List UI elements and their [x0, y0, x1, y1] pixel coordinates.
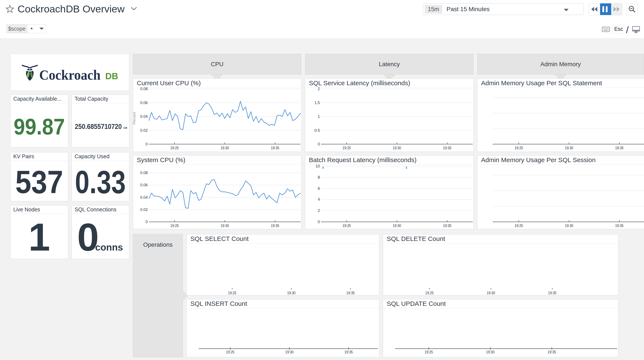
svg-text:0.02: 0.02: [140, 208, 148, 212]
svg-text:0.04: 0.04: [140, 195, 148, 200]
svg-text:0: 0: [146, 220, 148, 224]
svg-text:DB: DB: [105, 71, 118, 81]
svg-text:19:35: 19:35: [443, 146, 452, 150]
svg-text:19:25: 19:25: [226, 350, 234, 354]
svg-text:99.87: 99.87: [14, 114, 65, 139]
svg-text:Cockroach: Cockroach: [39, 67, 100, 83]
svg-text:19:30: 19:30: [287, 291, 296, 295]
svg-text:19:25: 19:25: [425, 350, 433, 354]
svg-text:19:25: 19:25: [515, 224, 523, 228]
svg-text:19:30: 19:30: [393, 224, 401, 228]
svg-text:19:25: 19:25: [228, 291, 236, 295]
svg-text:0.5: 0.5: [314, 128, 320, 133]
svg-text:10: 10: [316, 164, 320, 168]
svg-text:19:25: 19:25: [515, 146, 523, 150]
svg-text:19:30: 19:30: [285, 350, 294, 354]
svg-text:19:35: 19:35: [548, 291, 556, 295]
svg-text:19:25: 19:25: [425, 291, 434, 295]
svg-text:6: 6: [318, 186, 320, 191]
svg-text:8: 8: [318, 175, 320, 179]
svg-text:0: 0: [146, 142, 148, 146]
svg-text:19:25: 19:25: [170, 224, 179, 228]
svg-text:19:35: 19:35: [271, 146, 279, 150]
svg-text:19:35: 19:35: [615, 224, 624, 228]
svg-text:19:30: 19:30: [565, 146, 573, 150]
svg-text:0.04: 0.04: [140, 114, 148, 119]
svg-text:537: 537: [16, 164, 63, 200]
svg-text:Percent: Percent: [133, 112, 136, 124]
svg-text:19:25: 19:25: [342, 224, 351, 228]
svg-text:GB: GB: [124, 127, 127, 129]
svg-text:CockroachDB Overview: CockroachDB Overview: [18, 3, 125, 14]
svg-text:4: 4: [318, 197, 320, 202]
svg-text:19:30: 19:30: [393, 146, 401, 150]
svg-text:19:30: 19:30: [220, 224, 229, 228]
svg-text:19:35: 19:35: [344, 350, 353, 354]
svg-text:0.08: 0.08: [140, 87, 148, 91]
svg-text:19:35: 19:35: [548, 350, 556, 354]
svg-text:19:35: 19:35: [271, 224, 279, 228]
svg-text:19:30: 19:30: [487, 291, 495, 295]
svg-text:0.06: 0.06: [140, 101, 148, 105]
svg-text:1.5: 1.5: [314, 101, 320, 105]
svg-text:0.06: 0.06: [140, 183, 148, 187]
svg-text:250.6855710720: 250.6855710720: [75, 122, 122, 130]
svg-text:0: 0: [318, 142, 320, 146]
svg-text:19:35: 19:35: [615, 146, 624, 150]
svg-text:0.33: 0.33: [75, 164, 126, 200]
svg-text:2: 2: [318, 87, 320, 91]
svg-text:19:30: 19:30: [565, 224, 573, 228]
svg-text:19:35: 19:35: [443, 224, 452, 228]
svg-text:1: 1: [28, 215, 50, 259]
svg-text:0: 0: [318, 220, 320, 224]
svg-text:19:35: 19:35: [346, 291, 355, 295]
svg-text:conns: conns: [95, 242, 123, 253]
svg-text:0.08: 0.08: [140, 171, 148, 175]
svg-text:1: 1: [318, 114, 320, 119]
svg-text:19:25: 19:25: [170, 146, 179, 150]
svg-text:19:30: 19:30: [486, 350, 494, 354]
svg-text:2: 2: [318, 208, 320, 213]
svg-text:0.02: 0.02: [140, 128, 148, 133]
svg-text:19:25: 19:25: [342, 146, 351, 150]
svg-text:19:30: 19:30: [220, 146, 229, 150]
